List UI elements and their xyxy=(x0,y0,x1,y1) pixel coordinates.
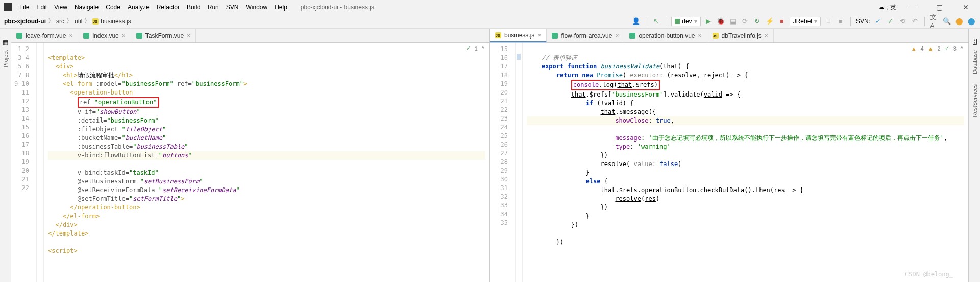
right-fold-gutter[interactable] xyxy=(516,43,523,282)
tab-label: business.js xyxy=(504,32,534,39)
profile-icon[interactable]: ⟳ xyxy=(741,17,750,26)
tab-close-icon[interactable]: × xyxy=(537,32,541,39)
stop2-icon[interactable]: ■ xyxy=(836,17,845,26)
svn-update-icon[interactable]: ✓ xyxy=(886,17,895,26)
left-gutter[interactable]: 1 2 3 4 5 6 7 8 9 10 11 12 13 14 15 16 1… xyxy=(11,43,37,282)
svn-label: SVN: xyxy=(856,18,870,25)
window-title-path: pbc-xjcloud-ui - business.js xyxy=(301,4,374,11)
db-tool-icon[interactable]: 🗄 xyxy=(972,39,978,46)
main-menu: File Edit View Navigate Code Analyze Ref… xyxy=(16,3,290,12)
rest-tool-label[interactable]: RestServices xyxy=(972,84,978,118)
user-icon[interactable]: 👤 xyxy=(631,17,641,26)
svn-revert-icon[interactable]: ↶ xyxy=(910,17,919,26)
run-config-label: dev xyxy=(682,18,692,25)
vue-file-icon xyxy=(552,33,558,39)
menu-svn[interactable]: SVN xyxy=(223,3,242,12)
crumb-project[interactable]: pbc-xjcloud-ui xyxy=(4,18,46,25)
menu-code[interactable]: Code xyxy=(103,3,124,12)
menu-window[interactable]: Window xyxy=(242,3,271,12)
menu-build[interactable]: Build xyxy=(184,3,204,12)
menu-analyze[interactable]: Analyze xyxy=(125,3,153,12)
tab-label: operation-button.vue xyxy=(639,32,695,39)
ime-indicator[interactable]: ☁ ; 英 xyxy=(878,3,896,12)
menu-edit[interactable]: Edit xyxy=(33,3,50,12)
tab-label: index.vue xyxy=(92,32,118,39)
rerun-icon[interactable]: ↻ xyxy=(753,17,762,26)
tab-close-icon[interactable]: × xyxy=(615,32,619,39)
breakpoint-marker[interactable] xyxy=(517,54,521,60)
js-file-icon xyxy=(713,33,719,39)
tab-index[interactable]: index.vue× xyxy=(78,29,131,42)
menu-help[interactable]: Help xyxy=(272,3,290,12)
translate-icon[interactable]: 文A xyxy=(930,17,939,26)
crumb-src[interactable]: src xyxy=(56,18,64,25)
menu-view[interactable]: View xyxy=(51,3,70,12)
menu-refactor[interactable]: Refactor xyxy=(154,3,183,12)
tab-leave-form[interactable]: leave-form.vue× xyxy=(11,29,78,42)
title-bar: File Edit View Navigate Code Analyze Ref… xyxy=(0,0,980,14)
ime-lang: 英 xyxy=(890,3,896,12)
back-icon[interactable]: ↖ xyxy=(651,17,660,26)
debug-icon[interactable]: 🐞 xyxy=(716,17,725,26)
stop-icon[interactable]: ■ xyxy=(777,17,787,26)
menu-file[interactable]: File xyxy=(16,3,32,12)
project-tool-label[interactable]: Project xyxy=(3,50,9,67)
project-tool-icon[interactable]: ▦ xyxy=(3,39,8,46)
vue-file-icon xyxy=(136,33,142,39)
search-icon[interactable]: 🔍 xyxy=(942,17,951,26)
menu-run[interactable]: Run xyxy=(205,3,222,12)
run-icon[interactable]: ▶ xyxy=(704,17,713,26)
tab-flow-form-area[interactable]: flow-form-area.vue× xyxy=(547,29,624,42)
menu-navigate[interactable]: Navigate xyxy=(71,3,102,12)
main-area: ▦ Project leave-form.vue× index.vue× Tas… xyxy=(0,29,980,282)
left-fold-gutter[interactable] xyxy=(37,43,44,282)
jrebel-select[interactable]: JRebel ▾ xyxy=(790,17,821,26)
tab-taskform[interactable]: TaskForm.vue× xyxy=(131,29,196,42)
vue-file-icon xyxy=(83,33,89,39)
close-button[interactable]: ✕ xyxy=(955,1,976,13)
hammer-icon[interactable]: ≡ xyxy=(824,17,833,26)
right-gutter[interactable]: 15 16 17 18 19 20 21 22 23 24 25 26 27 2… xyxy=(490,43,516,282)
tab-close-icon[interactable]: × xyxy=(122,32,126,39)
left-code[interactable]: <template> <div> <h1>请假流程审批</h1> <el-for… xyxy=(44,43,489,282)
database-tool-label[interactable]: Database xyxy=(972,50,978,74)
run-config-select[interactable]: dev ▾ xyxy=(671,17,700,26)
tab-close-icon[interactable]: × xyxy=(765,32,768,39)
toolbar: 👤 ↖ dev ▾ ▶ 🐞 ⬓ ⟳ ↻ ⚡ ■ JRebel ▾ ≡ ■ SVN… xyxy=(631,17,976,26)
attach-icon[interactable]: ⚡ xyxy=(765,17,774,26)
tab-operation-button[interactable]: operation-button.vue× xyxy=(624,29,707,42)
svn-commit-icon[interactable]: ✓ xyxy=(873,17,883,26)
breadcrumb[interactable]: pbc-xjcloud-ui 〉 src 〉 util 〉 business.j… xyxy=(4,17,131,26)
crumb-util[interactable]: util xyxy=(75,18,82,25)
js-file-icon xyxy=(92,18,99,25)
vue-file-icon xyxy=(629,33,635,39)
left-code-area[interactable]: ✓✓ 1 ^1 ^ 1 2 3 4 5 6 7 8 9 10 11 12 13 … xyxy=(11,43,489,282)
watermark: CSDN @belong_ xyxy=(905,270,953,279)
ide-update-icon[interactable]: ⬤ xyxy=(954,17,964,26)
crumb-file[interactable]: business.js xyxy=(101,18,131,25)
maximize-button[interactable]: ▢ xyxy=(929,1,949,13)
svn-history-icon[interactable]: ⟲ xyxy=(898,17,907,26)
coverage-icon[interactable]: ⬓ xyxy=(728,17,738,26)
js-file-icon xyxy=(495,32,501,38)
tab-close-icon[interactable]: × xyxy=(187,32,190,39)
ide-settings-icon[interactable]: ⬤ xyxy=(967,17,976,26)
navigation-bar: pbc-xjcloud-ui 〉 src 〉 util 〉 business.j… xyxy=(0,14,980,29)
tab-close-icon[interactable]: × xyxy=(69,32,72,39)
right-code[interactable]: // 表单验证 export function businessValidate… xyxy=(523,43,968,282)
tab-label: leave-form.vue xyxy=(26,32,66,39)
tab-dbtravelinfo[interactable]: dbTravelInfo.js× xyxy=(707,29,774,42)
left-tool-rail: ▦ Project xyxy=(0,29,11,282)
tab-close-icon[interactable]: × xyxy=(698,32,702,39)
right-editor: business.js× flow-form-area.vue× operati… xyxy=(490,29,969,282)
left-editor-tabs: leave-form.vue× index.vue× TaskForm.vue× xyxy=(11,29,489,43)
right-code-area[interactable]: ▲4 ▲2 ✓3 ^ 15 16 17 18 19 20 21 22 23 24… xyxy=(490,43,968,282)
tab-label: flow-form-area.vue xyxy=(561,32,612,39)
minimize-button[interactable]: — xyxy=(902,1,923,13)
app-icon xyxy=(4,3,12,11)
left-editor: leave-form.vue× index.vue× TaskForm.vue×… xyxy=(11,29,490,282)
vue-file-icon xyxy=(16,33,22,39)
tab-label: dbTravelInfo.js xyxy=(722,32,762,39)
right-editor-tabs: business.js× flow-form-area.vue× operati… xyxy=(490,29,968,43)
tab-business-js[interactable]: business.js× xyxy=(490,29,547,42)
